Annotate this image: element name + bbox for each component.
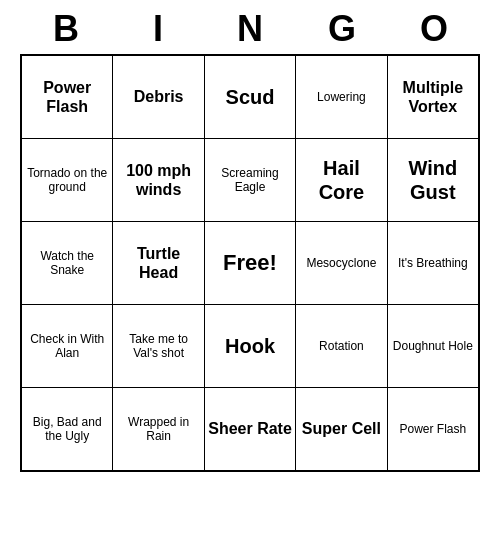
bingo-cell-3-2: Hook bbox=[205, 305, 296, 387]
bingo-row-1: Tornado on the ground100 mph windsScream… bbox=[22, 139, 478, 222]
bingo-cell-0-2: Scud bbox=[205, 56, 296, 138]
bingo-cell-2-2: Free! bbox=[205, 222, 296, 304]
bingo-row-3: Check in With AlanTake me to Val's shotH… bbox=[22, 305, 478, 388]
bingo-cell-0-0: Power Flash bbox=[22, 56, 113, 138]
bingo-cell-0-1: Debris bbox=[113, 56, 204, 138]
bingo-grid: Power FlashDebrisScudLoweringMultiple Vo… bbox=[20, 54, 480, 472]
bingo-cell-4-0: Big, Bad and the Ugly bbox=[22, 388, 113, 470]
bingo-cell-1-2: Screaming Eagle bbox=[205, 139, 296, 221]
bingo-cell-4-1: Wrapped in Rain bbox=[113, 388, 204, 470]
bingo-cell-4-4: Power Flash bbox=[388, 388, 478, 470]
bingo-cell-1-3: Hail Core bbox=[296, 139, 387, 221]
bingo-title: B I N G O bbox=[20, 0, 480, 54]
title-letter-n: N bbox=[220, 8, 280, 50]
bingo-cell-0-4: Multiple Vortex bbox=[388, 56, 478, 138]
bingo-cell-2-3: Mesocyclone bbox=[296, 222, 387, 304]
bingo-cell-4-2: Sheer Rate bbox=[205, 388, 296, 470]
bingo-cell-0-3: Lowering bbox=[296, 56, 387, 138]
bingo-row-0: Power FlashDebrisScudLoweringMultiple Vo… bbox=[22, 56, 478, 139]
bingo-cell-1-1: 100 mph winds bbox=[113, 139, 204, 221]
bingo-cell-3-1: Take me to Val's shot bbox=[113, 305, 204, 387]
bingo-cell-1-4: Wind Gust bbox=[388, 139, 478, 221]
title-letter-o: O bbox=[404, 8, 464, 50]
bingo-cell-2-1: Turtle Head bbox=[113, 222, 204, 304]
bingo-cell-3-4: Doughnut Hole bbox=[388, 305, 478, 387]
bingo-cell-3-3: Rotation bbox=[296, 305, 387, 387]
bingo-cell-4-3: Super Cell bbox=[296, 388, 387, 470]
title-letter-g: G bbox=[312, 8, 372, 50]
bingo-row-2: Watch the SnakeTurtle HeadFree!Mesocyclo… bbox=[22, 222, 478, 305]
bingo-cell-2-0: Watch the Snake bbox=[22, 222, 113, 304]
bingo-cell-1-0: Tornado on the ground bbox=[22, 139, 113, 221]
bingo-cell-3-0: Check in With Alan bbox=[22, 305, 113, 387]
title-letter-b: B bbox=[36, 8, 96, 50]
bingo-row-4: Big, Bad and the UglyWrapped in RainShee… bbox=[22, 388, 478, 470]
title-letter-i: I bbox=[128, 8, 188, 50]
bingo-cell-2-4: It's Breathing bbox=[388, 222, 478, 304]
